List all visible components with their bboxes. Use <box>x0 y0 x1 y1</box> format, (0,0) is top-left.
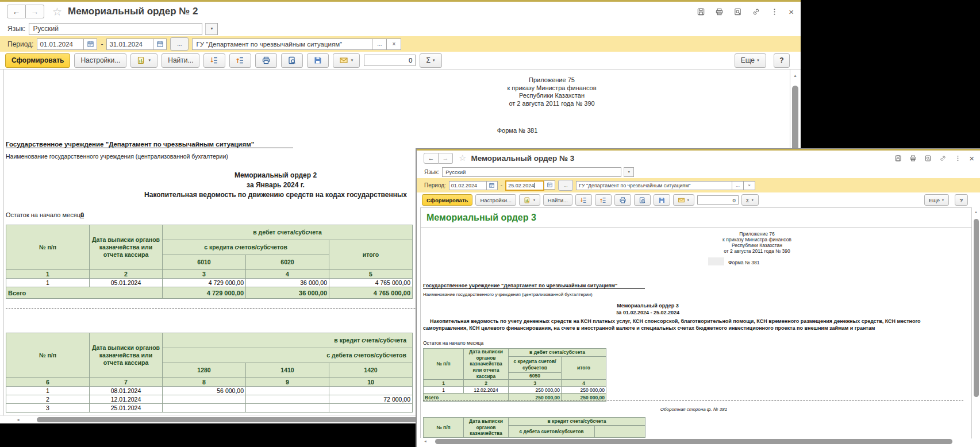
favorite-star-icon[interactable]: ☆ <box>52 5 62 18</box>
calendar-icon[interactable] <box>544 180 555 190</box>
forward-button[interactable]: → <box>439 153 453 164</box>
debit-table[interactable]: № п/п Дата выписки органов казначейства … <box>6 225 413 299</box>
save-result-button[interactable] <box>307 53 329 68</box>
vertical-scrollbar[interactable]: ▲ <box>972 207 980 437</box>
th-account: 1420 <box>329 363 413 378</box>
find-on-page-icon-button[interactable] <box>733 7 742 16</box>
report-variants-button[interactable]: ▼ <box>519 194 540 206</box>
th-date: Дата выписки органов казначейства или от… <box>90 333 163 378</box>
period-from-field[interactable]: 01.02.2024 <box>449 181 487 190</box>
print-preview-button[interactable] <box>281 53 303 68</box>
close-icon-button[interactable]: × <box>789 7 794 16</box>
credit-table[interactable]: № п/п Дата выписки органов казначейства … <box>423 417 645 438</box>
col-number: 7 <box>90 378 163 387</box>
th-debit-subgroup: с дебета счетов/субсчетов <box>509 426 595 438</box>
favorite-star-icon[interactable]: ☆ <box>459 153 466 163</box>
get-link-icon-button[interactable] <box>752 7 760 16</box>
organization-clear-button[interactable]: × <box>386 38 401 50</box>
period-to-field[interactable]: 25.02.2024 <box>505 180 544 191</box>
send-email-button[interactable]: ▼ <box>333 53 360 68</box>
horizontal-scrollbar[interactable]: ◄ <box>420 438 971 445</box>
language-dropdown-button[interactable]: ▼ <box>624 167 634 177</box>
cell: 12.02.2024 <box>464 387 509 394</box>
period-to-field[interactable]: 31.01.2024 <box>106 38 153 50</box>
help-button[interactable]: ? <box>774 53 790 68</box>
save-icon-button[interactable] <box>697 7 705 16</box>
counter-field[interactable]: 0 <box>364 55 416 66</box>
autosum-button[interactable]: Σ ▼ <box>741 194 759 206</box>
language-select[interactable]: Русский <box>29 23 202 35</box>
calendar-icon[interactable] <box>83 38 97 50</box>
save-result-button[interactable] <box>654 194 670 206</box>
appendix-line: Приложение 76 <box>662 231 852 237</box>
calendar-icon[interactable] <box>153 38 167 50</box>
find-on-page-icon-button[interactable] <box>924 155 932 162</box>
organization-clear-button[interactable]: × <box>743 181 755 190</box>
back-button[interactable]: ← <box>424 153 439 164</box>
horizontal-scroll-thumb[interactable] <box>435 439 952 444</box>
back-button[interactable]: ← <box>7 5 26 18</box>
autosum-button[interactable]: Σ ▼ <box>420 53 441 68</box>
find-button[interactable]: Найти... <box>162 53 199 68</box>
expand-groups-button[interactable] <box>203 53 225 68</box>
th-account: 6010 <box>163 255 246 270</box>
counter-field[interactable]: 0 <box>697 195 739 205</box>
language-dropdown-button[interactable]: ▼ <box>205 23 218 35</box>
scroll-up-icon[interactable]: ▲ <box>793 74 797 78</box>
more-actions-button[interactable]: Еще ▼ <box>924 194 949 206</box>
cell: 250 000,00 <box>562 387 606 394</box>
language-select[interactable]: Русский <box>442 167 621 177</box>
th-credit-group: в кредит счета/субсчета <box>163 333 413 348</box>
sigma-icon: Σ <box>426 56 430 64</box>
find-button[interactable]: Найти... <box>543 194 572 206</box>
report-variants-button[interactable]: ▼ <box>130 53 157 68</box>
opening-balance-label: Остаток на начало месяца <box>423 340 483 346</box>
save-icon-button[interactable] <box>894 155 902 162</box>
scroll-left-icon[interactable]: ◄ <box>16 418 20 422</box>
cell: 4 729 000,00 <box>163 279 246 287</box>
more-menu-icon-button[interactable] <box>770 7 779 16</box>
generate-button[interactable]: Сформировать <box>5 53 70 68</box>
print-icon-button[interactable] <box>909 155 917 162</box>
organization-choose-button[interactable]: ... <box>732 181 744 190</box>
print-preview-button[interactable] <box>634 194 651 206</box>
spreadsheet-document[interactable]: Приложение 76 к приказу Министра финансо… <box>421 228 971 437</box>
settings-button[interactable]: Настройки... <box>475 194 516 206</box>
chevron-down-icon: ▼ <box>687 198 690 202</box>
more-label: Еще <box>741 56 755 64</box>
settings-button[interactable]: Настройки... <box>74 53 126 68</box>
chevron-down-icon: ▼ <box>350 59 353 62</box>
language-row: Язык: Русский ▼ <box>417 165 980 178</box>
debit-table[interactable]: № п/п Дата выписки органов казначейства … <box>423 348 606 402</box>
titlebar: ← → ☆ Мемориальный ордер № 2 × <box>0 2 801 21</box>
credit-table[interactable]: № п/п Дата выписки органов казначейства … <box>6 333 413 413</box>
print-button[interactable] <box>614 194 631 206</box>
close-icon-button[interactable]: × <box>969 154 974 163</box>
organization-field[interactable]: ГУ "Департамент по чрезвычайным ситуация… <box>576 181 732 190</box>
send-email-button[interactable]: ▼ <box>673 194 694 206</box>
appendix-line: от 2 августа 2011 года № 390 <box>662 248 852 254</box>
expand-groups-button[interactable] <box>575 194 592 206</box>
print-button[interactable] <box>255 53 277 68</box>
get-link-icon-button[interactable] <box>939 155 947 162</box>
more-menu-icon-button[interactable] <box>954 155 962 162</box>
col-number: 1 <box>6 270 90 279</box>
scroll-up-icon[interactable]: ▲ <box>974 210 978 214</box>
vertical-scroll-thumb[interactable] <box>974 219 979 397</box>
more-actions-button[interactable]: Еще ▼ <box>735 53 766 68</box>
organization-field[interactable]: ГУ "Департамент по чрезвычайным ситуация… <box>192 38 372 50</box>
calendar-icon[interactable] <box>486 181 498 190</box>
period-more-button[interactable]: ... <box>558 180 573 191</box>
generate-button[interactable]: Сформировать <box>422 194 472 206</box>
collapse-groups-button[interactable] <box>229 53 251 68</box>
total-row: Всего 4 729 000,00 36 000,00 4 765 000,0… <box>6 287 413 299</box>
forward-button[interactable]: → <box>26 5 44 18</box>
period-from-field[interactable]: 01.01.2024 <box>37 38 84 50</box>
col-number: 10 <box>329 378 413 387</box>
period-more-button[interactable]: ... <box>170 37 189 51</box>
scroll-left-icon[interactable]: ◄ <box>424 440 427 443</box>
print-icon-button[interactable] <box>715 7 724 16</box>
collapse-groups-button[interactable] <box>595 194 612 206</box>
help-button[interactable]: ? <box>955 194 968 206</box>
organization-choose-button[interactable]: ... <box>372 38 387 50</box>
